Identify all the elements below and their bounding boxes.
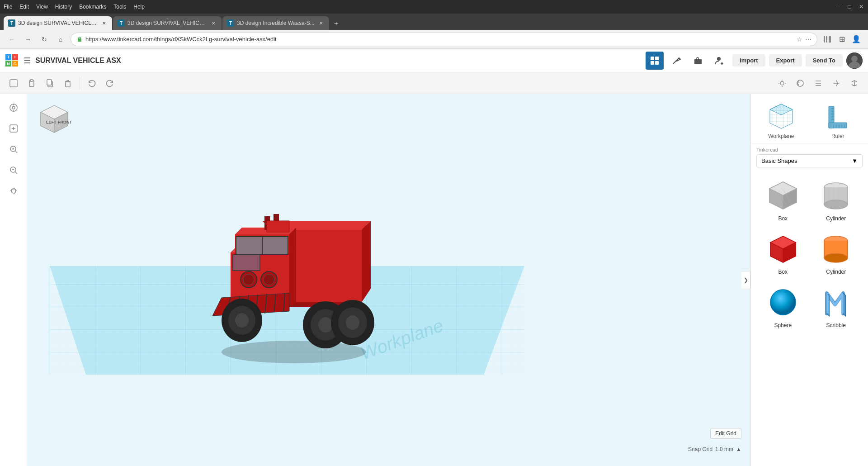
menu-tools[interactable]: Tools <box>113 4 126 10</box>
shape-box-grey[interactable]: Box <box>758 175 808 224</box>
menu-help[interactable]: Help <box>133 4 145 10</box>
menu-edit[interactable]: Edit <box>19 4 29 10</box>
light-button[interactable] <box>774 75 790 91</box>
suitcase-button[interactable] <box>689 52 707 70</box>
menu-history[interactable]: History <box>55 4 72 10</box>
flip-button[interactable] <box>828 75 844 91</box>
box-red-label: Box <box>778 269 788 275</box>
shape-sphere-blue[interactable]: Sphere <box>758 281 808 331</box>
cylinder-grey-icon-container <box>818 177 854 214</box>
fit-view-button[interactable] <box>5 119 23 138</box>
forward-button[interactable]: → <box>22 33 34 46</box>
svg-rect-7 <box>824 36 825 43</box>
close-button[interactable]: ✕ <box>858 4 864 10</box>
edit-grid-button[interactable]: Edit Grid <box>710 428 741 439</box>
transform-button[interactable] <box>792 75 808 91</box>
more-options-icon[interactable]: ⋯ <box>805 36 811 43</box>
menu-hamburger-icon[interactable]: ☰ <box>24 56 31 66</box>
mirror-icon <box>850 79 859 88</box>
new-tab-button[interactable]: + <box>330 17 343 30</box>
grid-view-icon <box>650 56 660 66</box>
reader-icon[interactable]: ⊞ <box>835 33 848 46</box>
svg-rect-25 <box>66 82 70 87</box>
pickaxe-button[interactable] <box>667 52 685 70</box>
tab-2-favicon: T <box>118 19 125 27</box>
library-svg <box>823 35 832 44</box>
shape-cylinder-orange[interactable]: Cylinder <box>811 228 861 278</box>
scribble-icon-container <box>818 284 854 320</box>
copy-button[interactable] <box>42 75 58 91</box>
svg-rect-98 <box>267 221 289 232</box>
shapes-dropdown[interactable]: Basic Shapes ▼ <box>756 154 863 167</box>
library-icon[interactable] <box>821 33 834 46</box>
snap-grid-up-arrow[interactable]: ▲ <box>736 446 741 452</box>
ruler-button[interactable]: Ruler <box>822 100 854 139</box>
orbit-button[interactable] <box>5 182 23 200</box>
suitcase-icon <box>693 56 703 66</box>
maximize-button[interactable]: □ <box>846 4 853 10</box>
svg-rect-8 <box>826 36 827 43</box>
bookmark-star-icon[interactable]: ☆ <box>797 36 802 43</box>
box-red-icon <box>765 231 801 267</box>
tab-3[interactable]: T 3D design Incredible Waasa-S... ✕ <box>222 16 329 30</box>
panel-collapse-button[interactable]: ❯ <box>741 271 750 289</box>
menu-bookmarks[interactable]: Bookmarks <box>79 4 106 10</box>
tab-2-title: 3D design SURVIVAL_VEHICLE... <box>127 20 207 26</box>
back-button[interactable]: ← <box>5 33 18 46</box>
undo-icon <box>87 79 96 88</box>
svg-point-36 <box>12 106 15 109</box>
export-button[interactable]: Export <box>769 54 802 67</box>
shape-box-red[interactable]: Box <box>758 228 808 278</box>
ruler-label: Ruler <box>831 133 844 139</box>
light-icon <box>778 79 787 88</box>
zoom-out-button[interactable] <box>5 161 23 179</box>
redo-button[interactable] <box>102 75 118 91</box>
svg-rect-10 <box>651 57 654 60</box>
home-view-button[interactable] <box>5 99 23 117</box>
workspace-svg: Workplane <box>50 121 547 393</box>
svg-point-57 <box>222 341 366 363</box>
avatar-image <box>846 52 863 69</box>
svg-rect-102 <box>829 123 847 128</box>
add-person-button[interactable] <box>711 52 729 70</box>
import-button[interactable]: Import <box>732 54 765 67</box>
browser-titlebar: File Edit View History Bookmarks Tools H… <box>0 0 868 14</box>
undo-button[interactable] <box>84 75 100 91</box>
tab-1[interactable]: T 3D design SURVIVAL VEHICLE... ✕ <box>4 16 112 30</box>
menu-view[interactable]: View <box>36 4 48 10</box>
minimize-button[interactable]: ─ <box>835 4 841 10</box>
delete-button[interactable] <box>60 75 76 91</box>
tab-2-close[interactable]: ✕ <box>210 19 217 27</box>
tab-2[interactable]: T 3D design SURVIVAL_VEHICLE... ✕ <box>113 16 222 30</box>
align-button[interactable] <box>810 75 826 91</box>
tinkercad-logo[interactable]: T I N C <box>5 54 18 67</box>
shape-cylinder-grey[interactable]: Cylinder <box>811 175 861 224</box>
svg-point-78 <box>264 274 274 285</box>
svg-point-92 <box>318 317 333 333</box>
svg-rect-73 <box>233 255 260 271</box>
svg-marker-66 <box>289 246 296 307</box>
menu-file[interactable]: File <box>4 4 12 10</box>
refresh-button[interactable]: ↻ <box>38 33 51 46</box>
user-avatar[interactable] <box>846 52 863 69</box>
svg-rect-24 <box>47 80 52 85</box>
svg-rect-11 <box>655 57 659 60</box>
home-button[interactable]: ⌂ <box>54 33 67 46</box>
home-view-icon <box>9 103 19 113</box>
account-icon[interactable]: 👤 <box>850 33 863 46</box>
logo-block-d: C <box>12 61 18 67</box>
grid-view-button[interactable] <box>646 52 664 70</box>
tab-3-close[interactable]: ✕ <box>317 19 325 27</box>
address-icons: ☆ ⋯ <box>797 36 811 43</box>
workplane-button[interactable]: Workplane <box>765 100 797 139</box>
paste-button[interactable] <box>24 75 40 91</box>
mirror-button[interactable] <box>846 75 863 91</box>
address-field[interactable]: https://www.tinkercad.com/things/dXSkWCc… <box>71 33 817 46</box>
shape-scribble[interactable]: Scribble <box>811 281 861 331</box>
svg-point-31 <box>797 80 803 86</box>
zoom-in-button[interactable] <box>5 140 23 158</box>
new-shape-button[interactable] <box>5 75 22 91</box>
tab-1-close[interactable]: ✕ <box>100 19 108 27</box>
canvas-area[interactable]: LEFT FRONT <box>27 94 750 466</box>
send-to-button[interactable]: Send To <box>806 54 843 67</box>
